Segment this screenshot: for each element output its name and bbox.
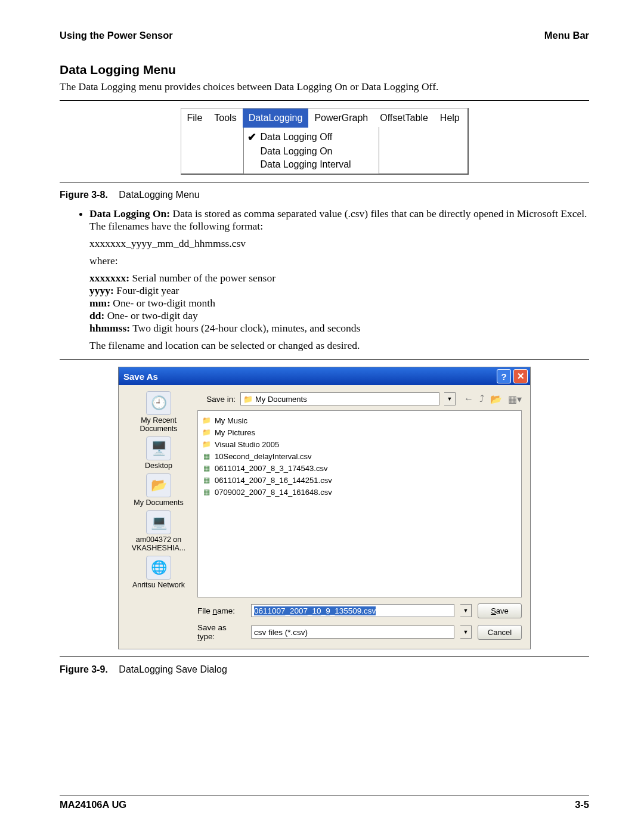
figure-text: DataLogging Save Dialog <box>119 664 227 674</box>
fields-block: xxxxxxx: Serial number of the power sens… <box>89 272 589 335</box>
filetype-label: Save as type: <box>197 623 245 641</box>
place-my-documents[interactable]: 📂My Documents <box>127 473 190 507</box>
bullet-lead: Data Logging On: <box>89 208 170 219</box>
folder-icon: 📁 <box>202 428 211 437</box>
menu-powergraph[interactable]: PowerGraph <box>308 109 374 128</box>
list-item[interactable]: 📁My Music <box>202 414 518 426</box>
menu-datalogging[interactable]: DataLogging <box>243 109 309 128</box>
figure-label: Figure 3-8. <box>60 190 108 200</box>
up-icon[interactable]: ⤴ <box>479 394 484 405</box>
header-left: Using the Power Sensor <box>60 30 173 41</box>
newfolder-icon[interactable]: 📂 <box>490 394 502 405</box>
datalogging-menu-figure: FileToolsDataLoggingPowerGraphOffsetTabl… <box>181 108 469 175</box>
menu-tools[interactable]: Tools <box>208 109 242 128</box>
place-am004372-on-vkasheshia-[interactable]: 💻am004372 on VKASHESHIA... <box>127 510 190 552</box>
place-label: am004372 on VKASHESHIA... <box>127 535 190 552</box>
figure-caption-1: Figure 3-8. DataLogging Menu <box>60 190 589 200</box>
savein-combo[interactable]: 📁 My Documents <box>240 392 439 405</box>
dialog-title: Save As <box>123 371 158 382</box>
rule <box>60 100 589 101</box>
rule <box>60 359 589 360</box>
field-val: Serial number of the power sensor <box>129 272 275 284</box>
folder-icon: 📁 <box>202 416 211 425</box>
list-item[interactable]: 📁My Pictures <box>202 426 518 438</box>
folder-icon: 📁 <box>202 439 211 449</box>
place-icon: 💻 <box>146 510 171 534</box>
rule <box>60 657 589 657</box>
filetype-input[interactable]: csv files (*.csv) <box>251 625 454 639</box>
savein-dropdown-button[interactable]: ▼ <box>444 392 456 405</box>
file-list[interactable]: 📁My Music📁My Pictures📁Visual Studio 2005… <box>197 410 522 597</box>
menu-item-data-logging-off[interactable]: ✔Data Logging Off <box>244 129 379 145</box>
place-label: My Recent Documents <box>127 416 190 433</box>
menu-offsettable[interactable]: OffsetTable <box>374 109 434 128</box>
menu-item-label: Data Logging Off <box>261 132 333 143</box>
intro-text: The Data Logging menu provides choices b… <box>60 80 589 93</box>
menu-item-data-logging-on[interactable]: Data Logging On <box>244 145 379 158</box>
field-key: mm: <box>89 297 110 309</box>
file-name: My Pictures <box>215 428 255 437</box>
field-val: Four-digit year <box>114 284 179 296</box>
place-label: Desktop <box>145 462 172 470</box>
filetype-dropdown[interactable]: ▼ <box>460 625 472 639</box>
menu-help[interactable]: Help <box>434 109 466 128</box>
figure-caption-2: Figure 3-9. DataLogging Save Dialog <box>60 664 589 675</box>
filename-dropdown[interactable]: ▼ <box>460 604 472 617</box>
list-item[interactable]: ▦0611014_2007_8_3_174543.csv <box>202 462 518 474</box>
section-heading: Data Logging Menu <box>60 63 589 77</box>
closing-text: The filename and location can be selecte… <box>89 339 589 352</box>
place-my-recent-documents[interactable]: 🕘My Recent Documents <box>127 391 190 433</box>
place-icon: 🌐 <box>146 556 171 580</box>
where-label: where: <box>89 255 589 267</box>
field-val: One- or two-digit month <box>110 297 215 309</box>
field-key: dd: <box>89 309 104 321</box>
cancel-button[interactable]: Cancel <box>478 625 522 640</box>
place-icon: 📂 <box>146 473 171 497</box>
file-name: 0709002_2007_8_14_161648.csv <box>215 488 332 497</box>
back-icon[interactable]: ← <box>464 394 473 405</box>
field-key: yyyy: <box>89 284 114 296</box>
list-item[interactable]: ▦0611014_2007_8_16_144251.csv <box>202 474 518 486</box>
figure-text: DataLogging Menu <box>119 190 199 200</box>
place-desktop[interactable]: 🖥️Desktop <box>127 436 190 470</box>
file-name: Visual Studio 2005 <box>215 440 279 449</box>
close-button[interactable]: ✕ <box>513 369 528 383</box>
file-icon: ▦ <box>202 451 211 461</box>
footer-page-no: 3-5 <box>575 799 589 810</box>
place-label: Anritsu Network <box>132 581 185 589</box>
footer-doc-id: MA24106A UG <box>60 799 126 810</box>
filename-pattern: xxxxxxx_yyyy_mm_dd_hhmmss.csv <box>89 237 589 250</box>
list-item[interactable]: 📁Visual Studio 2005 <box>202 438 518 450</box>
views-icon[interactable]: ▦▾ <box>508 394 522 405</box>
help-button[interactable]: ? <box>497 369 511 383</box>
filename-label: File name: <box>197 606 245 615</box>
field-val: One- or two-digit day <box>104 309 198 321</box>
bullet-datalogging-on: Data Logging On: Data is stored as comma… <box>89 208 589 233</box>
field-key: xxxxxxx: <box>89 272 129 284</box>
field-val: Two digit hours (24-hour clock), minutes… <box>130 322 360 334</box>
check-icon: ✔ <box>247 131 261 144</box>
savein-label: Save in: <box>197 395 236 404</box>
file-name: My Music <box>215 416 247 425</box>
place-anritsu-network[interactable]: 🌐Anritsu Network <box>127 556 190 589</box>
place-label: My Documents <box>134 498 183 507</box>
figure-label: Figure 3-9. <box>60 664 108 674</box>
file-icon: ▦ <box>202 487 211 497</box>
menu-item-label: Data Logging On <box>261 146 333 157</box>
save-button[interactable]: Save <box>478 603 522 618</box>
menu-file[interactable]: File <box>181 109 209 128</box>
file-icon: ▦ <box>202 463 211 473</box>
rule <box>60 182 589 182</box>
menu-item-data-logging-interval[interactable]: Data Logging Interval <box>244 158 379 171</box>
titlebar[interactable]: Save As ? ✕ <box>119 367 530 385</box>
list-item[interactable]: ▦10Second_delayInterval.csv <box>202 450 518 462</box>
header-right: Menu Bar <box>544 30 589 41</box>
filename-input[interactable]: 0611007_2007_10_9_135509.csv <box>251 604 454 617</box>
menu-item-label: Data Logging Interval <box>261 159 351 170</box>
place-icon: 🖥️ <box>146 436 171 460</box>
list-item[interactable]: ▦0709002_2007_8_14_161648.csv <box>202 486 518 498</box>
field-key: hhmmss: <box>89 322 130 334</box>
file-icon: ▦ <box>202 475 211 485</box>
save-as-dialog: Save As ? ✕ 🕘My Recent Documents🖥️Deskto… <box>118 367 531 649</box>
place-icon: 🕘 <box>146 391 171 415</box>
